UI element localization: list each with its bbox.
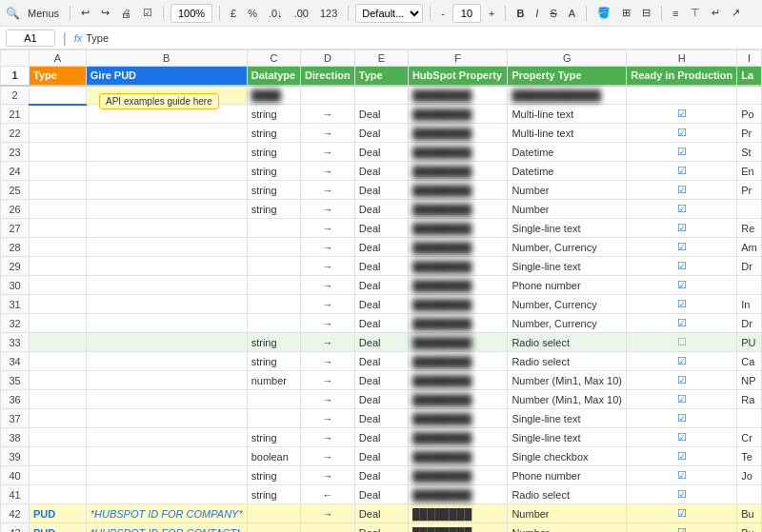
cell-ready[interactable]: ☑ bbox=[627, 428, 737, 447]
cell-etype[interactable]: Deal bbox=[354, 124, 408, 143]
valign-button[interactable]: ⊤ bbox=[687, 5, 704, 21]
cell-type[interactable] bbox=[30, 238, 87, 257]
cell-label[interactable]: Dr bbox=[737, 314, 762, 333]
cell-etype[interactable]: Deal bbox=[354, 390, 408, 409]
cell-gire[interactable] bbox=[86, 257, 247, 276]
cell-hubspot[interactable]: ████████ bbox=[408, 314, 507, 333]
cell-gire[interactable] bbox=[86, 390, 247, 409]
cell-gire[interactable] bbox=[86, 485, 247, 504]
cell-label[interactable]: Am bbox=[737, 238, 762, 257]
cell-direction[interactable]: → bbox=[301, 333, 355, 352]
col-header-I[interactable]: I bbox=[737, 50, 762, 67]
cell-type[interactable] bbox=[30, 105, 87, 124]
cell-gire[interactable] bbox=[86, 219, 247, 238]
cell-proptype[interactable]: Single-line text bbox=[508, 428, 627, 447]
cell-etype[interactable]: Deal bbox=[354, 162, 408, 181]
cell-proptype[interactable]: Number (Min1, Max 10) bbox=[508, 390, 627, 409]
cell-type[interactable] bbox=[30, 314, 87, 333]
cell-type[interactable] bbox=[30, 143, 87, 162]
cell-etype[interactable]: Deal bbox=[354, 409, 408, 428]
cell-gire[interactable] bbox=[86, 314, 247, 333]
cell-hubspot[interactable]: ████████ bbox=[408, 238, 507, 257]
cell-ready[interactable]: ☑ bbox=[627, 352, 737, 371]
cell-direction[interactable]: → bbox=[301, 371, 355, 390]
cell-ready[interactable]: ☑ bbox=[627, 238, 737, 257]
strikethrough-button[interactable]: S bbox=[546, 6, 560, 21]
cell-ready[interactable]: ☑ bbox=[627, 295, 737, 314]
cell-type[interactable] bbox=[30, 371, 87, 390]
cell-etype[interactable]: Deal bbox=[354, 428, 408, 447]
cell-proptype[interactable]: Datetime bbox=[508, 143, 627, 162]
cell-datatype[interactable] bbox=[247, 390, 300, 409]
cell-type[interactable] bbox=[30, 409, 87, 428]
cell-ready[interactable]: ☑ bbox=[627, 523, 737, 533]
cell-label[interactable] bbox=[737, 86, 762, 105]
cell-etype[interactable]: Deal bbox=[354, 523, 408, 533]
cell-proptype[interactable]: Number (Min1, Max 10) bbox=[508, 371, 627, 390]
cell-type[interactable] bbox=[30, 86, 87, 105]
cell-ready[interactable]: ☑ bbox=[627, 314, 737, 333]
cell-gire[interactable] bbox=[86, 238, 247, 257]
cell-ready[interactable]: ☑ bbox=[627, 504, 737, 523]
cell-datatype[interactable]: string bbox=[247, 200, 300, 219]
italic-button[interactable]: I bbox=[531, 6, 542, 21]
cell-ready[interactable]: ☑ bbox=[627, 390, 737, 409]
cell-hubspot[interactable]: ████████ bbox=[408, 428, 507, 447]
cell-ready[interactable]: ☑ bbox=[627, 276, 737, 295]
cell-type[interactable] bbox=[30, 390, 87, 409]
cell-direction[interactable]: → bbox=[301, 257, 355, 276]
cell-type[interactable] bbox=[30, 162, 87, 181]
cell-ready[interactable]: ☑ bbox=[627, 143, 737, 162]
cell-datatype[interactable] bbox=[247, 295, 300, 314]
cell-direction[interactable]: → bbox=[301, 105, 355, 124]
cell-hubspot[interactable]: ████████ bbox=[408, 523, 507, 533]
cell-gire[interactable] bbox=[86, 295, 247, 314]
col-header-E[interactable]: E bbox=[354, 50, 408, 67]
cell-etype[interactable]: Deal bbox=[354, 485, 408, 504]
cell-type[interactable] bbox=[30, 200, 87, 219]
cell-gire[interactable] bbox=[86, 333, 247, 352]
cell-ready[interactable]: ☑ bbox=[627, 124, 737, 143]
currency-button[interactable]: £ bbox=[227, 6, 240, 21]
cell-gire[interactable] bbox=[86, 200, 247, 219]
cell-hubspot[interactable]: ████████ bbox=[408, 409, 507, 428]
cell-datatype[interactable] bbox=[247, 238, 300, 257]
cell-datatype[interactable]: string bbox=[247, 124, 300, 143]
cell-direction[interactable]: → bbox=[301, 314, 355, 333]
cell-etype[interactable]: Deal bbox=[354, 238, 408, 257]
cell-etype[interactable]: Deal bbox=[354, 181, 408, 200]
cell-type[interactable] bbox=[30, 295, 87, 314]
cell-label[interactable]: Dr bbox=[737, 257, 762, 276]
cell-direction[interactable]: ← bbox=[301, 485, 355, 504]
spellcheck-button[interactable]: ☑ bbox=[139, 5, 156, 21]
col-header-A[interactable]: A bbox=[30, 50, 87, 67]
zoom-input[interactable] bbox=[170, 4, 212, 23]
font-select[interactable]: Default... bbox=[355, 4, 423, 23]
cell-datatype[interactable]: string bbox=[247, 333, 300, 352]
cell-direction[interactable]: → bbox=[301, 162, 355, 181]
cell-type[interactable] bbox=[30, 219, 87, 238]
cell-etype[interactable]: Deal bbox=[354, 447, 408, 466]
cell-proptype[interactable]: Number, Currency bbox=[508, 295, 627, 314]
cell-type[interactable] bbox=[30, 124, 87, 143]
cell-datatype[interactable] bbox=[247, 219, 300, 238]
cell-direction[interactable]: → bbox=[301, 428, 355, 447]
decimal-inc-button[interactable]: .00 bbox=[291, 6, 312, 21]
cell-label[interactable] bbox=[737, 485, 762, 504]
cell-ready[interactable]: ☑ bbox=[627, 219, 737, 238]
cell-direction[interactable]: → bbox=[301, 143, 355, 162]
cell-etype[interactable]: Deal bbox=[354, 219, 408, 238]
col-header-C[interactable]: C bbox=[247, 50, 300, 67]
cell-label[interactable]: Bu bbox=[737, 504, 762, 523]
cell-datatype[interactable]: string bbox=[247, 352, 300, 371]
cell-direction[interactable]: → bbox=[301, 352, 355, 371]
cell-proptype[interactable]: Number bbox=[508, 523, 627, 533]
cell-hubspot[interactable]: ████████ bbox=[408, 200, 507, 219]
cell-proptype[interactable]: Radio select bbox=[508, 333, 627, 352]
rotate-button[interactable]: ↗ bbox=[728, 5, 744, 21]
cell-proptype[interactable]: Single checkbox bbox=[508, 447, 627, 466]
cell-datatype[interactable]: string bbox=[247, 105, 300, 124]
cell-proptype[interactable]: Phone number bbox=[508, 466, 627, 485]
cell-proptype[interactable]: Number, Currency bbox=[508, 314, 627, 333]
cell-hubspot[interactable]: ████████ bbox=[408, 219, 507, 238]
